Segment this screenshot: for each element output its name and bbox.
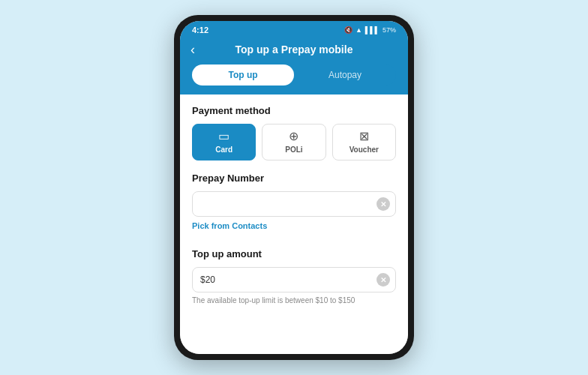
topup-input-wrapper: ✕ (192, 267, 396, 292)
topup-amount-label: Top up amount (192, 248, 396, 260)
signal-icon: ▌▌▌ (365, 26, 380, 34)
voucher-label: Voucher (350, 146, 379, 154)
topup-amount-section: Top up amount ✕ The available top-up lim… (192, 248, 396, 304)
payment-voucher-button[interactable]: ⊠ Voucher (332, 124, 396, 160)
phone-screen: 4:12 🔇 ▲ ▌▌▌ 57% ‹ Top up a Prepay mobil… (180, 21, 408, 354)
payment-methods: ▭ Card ⊕ POLi ⊠ Voucher (192, 124, 396, 160)
status-time: 4:12 (192, 26, 208, 34)
prepay-input-wrapper: ✕ (192, 191, 396, 217)
prepay-number-section: Prepay Number ✕ Pick from Contacts (192, 172, 396, 241)
topup-hint: The available top-up limit is between $1… (192, 296, 396, 304)
prepay-clear-button[interactable]: ✕ (376, 197, 390, 211)
poli-icon: ⊕ (289, 130, 298, 142)
voucher-icon: ⊠ (359, 130, 369, 142)
mute-icon: 🔇 (344, 26, 352, 34)
card-icon: ▭ (218, 130, 230, 142)
header: ‹ Top up a Prepay mobile (180, 38, 408, 64)
tab-pill: Top up Autopay (192, 64, 396, 86)
wifi-icon: ▲ (356, 26, 362, 34)
payment-card-button[interactable]: ▭ Card (192, 124, 256, 160)
poli-label: POLi (285, 146, 302, 154)
payment-method-label: Payment method (192, 105, 396, 116)
back-button[interactable]: ‹ (190, 43, 195, 56)
tab-bar: Top up Autopay (180, 64, 408, 94)
status-bar: 4:12 🔇 ▲ ▌▌▌ 57% (180, 21, 408, 38)
topup-clear-button[interactable]: ✕ (376, 273, 390, 286)
tab-autopay[interactable]: Autopay (294, 64, 396, 86)
battery-text: 57% (382, 26, 396, 34)
page-title: Top up a Prepay mobile (236, 44, 353, 56)
prepay-number-input[interactable] (192, 191, 396, 217)
prepay-number-label: Prepay Number (192, 172, 396, 184)
pick-contacts-link[interactable]: Pick from Contacts (192, 221, 267, 230)
payment-poli-button[interactable]: ⊕ POLi (262, 124, 326, 160)
phone-frame: 4:12 🔇 ▲ ▌▌▌ 57% ‹ Top up a Prepay mobil… (174, 15, 414, 360)
content-area: Payment method ▭ Card ⊕ POLi ⊠ Voucher P… (180, 94, 408, 354)
tab-topup[interactable]: Top up (192, 64, 294, 86)
status-icons: 🔇 ▲ ▌▌▌ 57% (344, 26, 396, 34)
topup-amount-input[interactable] (192, 267, 396, 292)
card-label: Card (215, 146, 232, 154)
